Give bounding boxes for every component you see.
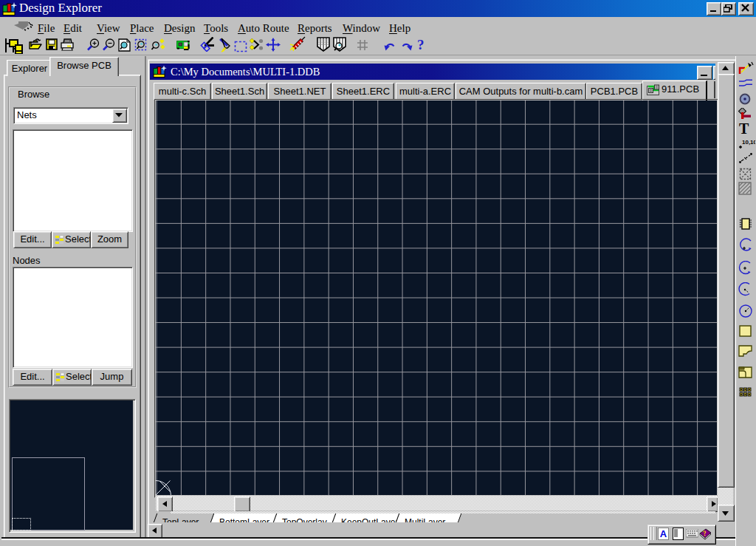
svg-text:10,10: 10,10 (742, 139, 755, 146)
